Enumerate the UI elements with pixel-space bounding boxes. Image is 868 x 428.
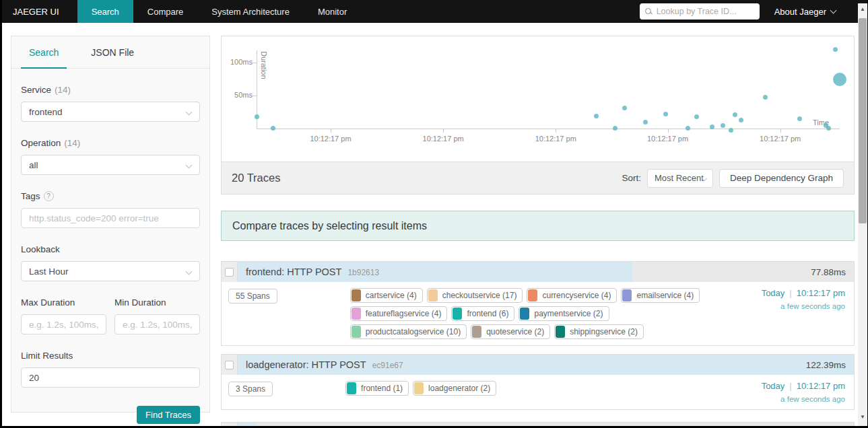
trace-scatter-point[interactable] <box>594 114 599 118</box>
max-duration-input[interactable]: e.g. 1.2s, 100ms, 500us <box>21 314 106 334</box>
sidebar-tabs: SearchJSON File <box>11 36 209 69</box>
service-color-chip <box>453 308 462 320</box>
trace-duration: 77.88ms <box>811 267 854 277</box>
trace-scatter-point[interactable] <box>613 126 617 131</box>
nav-item-system-architecture[interactable]: System Architecture <box>197 0 304 23</box>
trace-scatter-point[interactable] <box>721 123 725 128</box>
trace-duration-bar[interactable]: frontend: HTTP POST1b92613 77.88ms <box>238 262 854 282</box>
service-color-chip <box>352 326 361 338</box>
nav-spacer <box>361 0 639 23</box>
service-badges: frontend (1)loadgenerator (2) <box>345 381 708 396</box>
x-tick-label: 10:12:17 pm <box>638 135 698 143</box>
sidebar-tab-json-file[interactable]: JSON File <box>83 36 142 68</box>
duration-scatter-plot: Duration Time 100ms50ms10:12:17 pm10:12:… <box>222 36 854 162</box>
max-duration-label: Max Duration <box>21 297 75 308</box>
trace-result-card[interactable]: loadgenerator: HTTP POSTec91e67 122.39ms… <box>221 354 855 410</box>
nav-item-monitor[interactable]: Monitor <box>304 0 361 23</box>
tags-group: Tags? http.status_code=200 error=true <box>21 191 200 228</box>
lookback-select-value: Last Hour <box>29 266 69 277</box>
trace-result-card[interactable]: frontend: HTTP POST1b92613 77.88ms 55 Sp… <box>221 261 855 346</box>
trace-duration: 122.39ms <box>806 360 854 370</box>
operation-select[interactable]: all <box>21 155 200 175</box>
trace-scatter-point[interactable] <box>797 116 802 121</box>
page-scrollbar[interactable]: ▲ ▼ <box>858 3 867 426</box>
help-icon[interactable]: ? <box>44 191 54 201</box>
scroll-down-arrow-icon[interactable]: ▼ <box>858 413 867 422</box>
trace-card-body: 55 Spans cartservice (4)checkoutservice … <box>222 282 854 345</box>
jaeger-logo[interactable]: JAEGER UI <box>0 0 77 23</box>
nav-item-compare[interactable]: Compare <box>133 0 197 23</box>
date-separator: | <box>789 288 791 298</box>
chevron-down-icon <box>186 269 193 275</box>
service-color-chip <box>528 289 537 301</box>
trace-scatter-point[interactable] <box>694 114 699 119</box>
service-badge: checkoutservice (17) <box>427 288 523 303</box>
chevron-down-icon <box>186 162 193 169</box>
duration-group: Max Duration e.g. 1.2s, 100ms, 500us Min… <box>21 297 200 334</box>
trace-scatter-point[interactable] <box>686 126 690 131</box>
trace-scatter-point[interactable] <box>739 118 743 122</box>
service-color-chip <box>556 326 565 338</box>
service-color-chip <box>352 308 361 320</box>
service-select[interactable]: frontend <box>21 102 200 122</box>
lookback-select[interactable]: Last Hour <box>21 261 200 281</box>
trace-scatter-point[interactable] <box>663 112 668 116</box>
trace-duration-bar[interactable]: loadgenerator: HTTP POSTec91e67 122.39ms <box>238 355 854 375</box>
operation-group: Operation(14) all <box>21 138 200 175</box>
trace-scatter-point[interactable] <box>710 124 714 129</box>
trace-scatter-point[interactable] <box>643 120 648 124</box>
trace-scatter-point[interactable] <box>271 126 275 131</box>
scrollbar-thumb[interactable] <box>859 18 867 223</box>
trace-scatter-point[interactable] <box>729 128 733 133</box>
trace-lookup-placeholder: Lookup by Trace ID... <box>657 7 737 16</box>
service-badge: emailservice (4) <box>621 288 700 303</box>
trace-lookup-input[interactable]: Lookup by Trace ID... <box>640 3 760 20</box>
trace-scatter-point[interactable] <box>833 47 838 52</box>
search-results-main: Duration Time 100ms50ms10:12:17 pm10:12:… <box>221 36 855 428</box>
max-duration-placeholder: e.g. 1.2s, 100ms, 500us <box>29 320 98 330</box>
service-badges: cartservice (4)checkoutservice (17)curre… <box>350 288 708 339</box>
trace-scatter-point[interactable] <box>826 126 831 131</box>
service-color-chip <box>428 289 438 301</box>
nav-item-search[interactable]: Search <box>77 0 133 23</box>
tags-input[interactable]: http.status_code=200 error=true <box>21 208 200 228</box>
y-tick <box>253 63 257 63</box>
trace-scatter-point[interactable] <box>733 112 737 117</box>
sort-select[interactable]: Most Recent <box>647 169 713 188</box>
trace-time[interactable]: 10:12:17 pm <box>797 288 845 298</box>
span-count-badge: 55 Spans <box>228 289 277 304</box>
trace-scatter-point[interactable] <box>622 106 627 110</box>
find-traces-button[interactable]: Find Traces <box>137 406 200 424</box>
trace-scatter-point[interactable] <box>255 114 259 119</box>
service-badge: shippingservice (2) <box>554 324 644 339</box>
deep-dependency-graph-button[interactable]: Deep Dependency Graph <box>719 169 844 188</box>
chevron-down-icon <box>830 7 837 14</box>
trace-time[interactable]: 10:12:17 pm <box>797 381 845 391</box>
x-tick <box>780 129 781 133</box>
scroll-up-arrow-icon[interactable]: ▲ <box>858 5 867 14</box>
operation-select-value: all <box>29 160 38 170</box>
lookback-group: Lookback Last Hour <box>21 244 200 281</box>
service-badge: frontend (1) <box>345 381 409 396</box>
y-tick-label: 50ms <box>222 91 253 99</box>
sidebar-tab-search[interactable]: Search <box>21 36 67 68</box>
x-tick-label: 10:12:17 pm <box>413 135 473 143</box>
limit-results-label: Limit Results <box>21 351 73 361</box>
limit-results-value: 20 <box>29 373 39 383</box>
min-duration-label: Min Duration <box>114 297 166 308</box>
trace-date: Today <box>762 381 785 391</box>
trace-time-column: Today|10:12:17 pm a few seconds ago <box>749 381 847 403</box>
trace-id: ec91e67 <box>372 361 403 370</box>
trace-scatter-point[interactable] <box>833 73 846 86</box>
service-color-chip <box>622 289 632 301</box>
x-tick <box>443 129 444 133</box>
search-icon <box>645 8 653 15</box>
service-badge: quoteservice (2) <box>471 324 550 339</box>
trace-select-checkbox[interactable] <box>225 268 234 277</box>
limit-results-input[interactable]: 20 <box>21 367 200 388</box>
trace-select-checkbox[interactable] <box>225 361 234 369</box>
min-duration-input[interactable]: e.g. 1.2s, 100ms, 500us <box>114 314 200 334</box>
trace-scatter-point[interactable] <box>763 95 768 100</box>
about-jaeger-menu[interactable]: About Jaeger <box>774 0 836 23</box>
x-tick-label: 10:12:17 pm <box>525 135 586 143</box>
